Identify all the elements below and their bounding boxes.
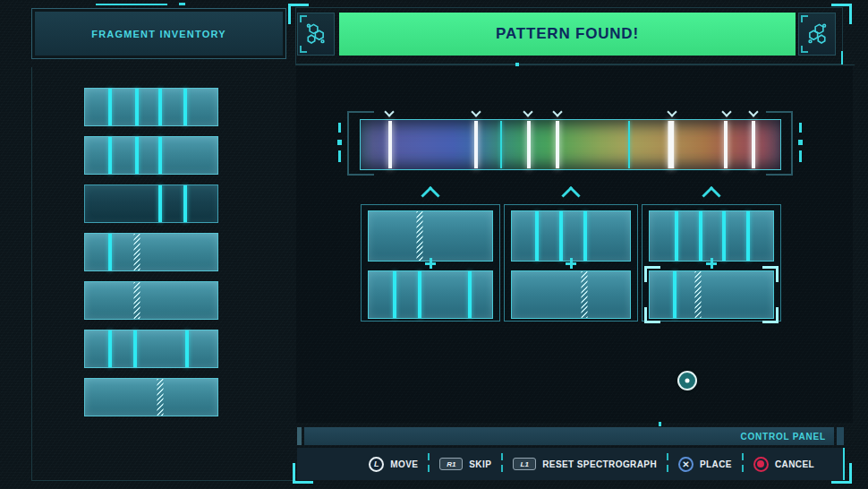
molecule-icon (297, 13, 335, 56)
control-button-label: RESET SPECTROGRAPH (542, 459, 657, 469)
control-button-label: PLACE (700, 459, 732, 469)
spectro-marker (724, 121, 728, 168)
fragment-solid-line (158, 185, 162, 222)
spectro-marker (474, 121, 478, 168)
fragment-inventory-header: FRAGMENT INVENTORY (31, 8, 286, 59)
fragment-item[interactable] (84, 88, 218, 126)
control-panel-right-cap (837, 427, 844, 445)
selection-brackets (644, 266, 779, 323)
control-button-move[interactable]: LMOVE (369, 457, 418, 472)
l1-button-icon: L1 (513, 458, 536, 470)
fragment-solid-line (183, 89, 187, 125)
button-separator (742, 453, 744, 475)
puzzle-column (361, 204, 500, 322)
button-separator (428, 453, 430, 475)
fragment-item[interactable] (84, 378, 218, 416)
fragment-solid-line (108, 234, 112, 270)
fragment-solid-line (108, 89, 112, 125)
button-row-edge (843, 448, 845, 480)
spectro-frame (766, 174, 793, 176)
spectro-dash-right (799, 123, 802, 133)
separator-right-tick (841, 51, 843, 64)
selection-corner-bracket (762, 307, 779, 323)
spectro-marker (556, 121, 559, 168)
spectro-marker (527, 121, 531, 168)
puzzle-piece-top[interactable] (368, 210, 493, 262)
fragment-solid-line (418, 271, 421, 318)
control-panel-left-cap (297, 427, 302, 445)
spectrograph-bar[interactable] (360, 119, 781, 170)
button-row: LMOVER1SKIPL1RESET SPECTROGRAPH✕PLACECAN… (297, 448, 845, 480)
fragment-hatched-line (416, 211, 422, 261)
circle-button-dot (757, 460, 764, 468)
puzzle-piece-bottom[interactable] (649, 270, 774, 319)
cursor-reticle[interactable] (677, 371, 697, 390)
spectro-marker (752, 121, 755, 168)
fragment-solid-line (158, 89, 162, 125)
fragment-item[interactable] (84, 330, 218, 368)
fragment-solid-line (699, 211, 702, 261)
fragment-solid-line (393, 271, 396, 318)
button-separator (667, 453, 668, 475)
separator-dot (515, 63, 519, 66)
sidebar-left-border (31, 67, 32, 480)
spectro-divider (628, 121, 630, 168)
chevron-down-icon (471, 107, 481, 116)
cross-button-icon: ✕ (678, 457, 694, 472)
fragment-item[interactable] (84, 184, 218, 223)
pattern-found-banner: PATTERN FOUND! (339, 13, 796, 56)
molecule-icon (798, 13, 836, 56)
control-panel-bar: CONTROL PANEL (304, 427, 834, 445)
button-separator (501, 453, 503, 475)
plus-icon (706, 258, 717, 269)
puzzle-piece-top[interactable] (649, 210, 774, 262)
control-panel-tick (659, 422, 661, 426)
control-button-place[interactable]: ✕PLACE (678, 457, 732, 472)
fragment-solid-line (108, 330, 112, 367)
control-button-label: CANCEL (775, 459, 814, 469)
control-button-label: SKIP (469, 459, 491, 469)
fragment-solid-line (722, 211, 726, 261)
decor-accent-tick (179, 3, 185, 5)
control-button-label: MOVE (390, 459, 418, 469)
fragment-item[interactable] (84, 281, 218, 320)
fragment-hatched-line (157, 379, 164, 416)
fragment-hatched-line (133, 282, 140, 319)
fragment-item[interactable] (84, 136, 218, 175)
fragment-solid-line (185, 330, 189, 367)
fragment-hatched-line (694, 271, 701, 318)
control-button-reset-spectrograph[interactable]: L1RESET SPECTROGRAPH (513, 458, 657, 470)
spectro-frame-right (791, 111, 793, 176)
spectro-marker (668, 121, 675, 168)
puzzle-piece-bottom[interactable] (368, 270, 493, 319)
selection-corner-bracket (762, 266, 779, 282)
control-button-skip[interactable]: R1SKIP (439, 458, 491, 470)
fragment-inventory-header-inner: FRAGMENT INVENTORY (35, 12, 283, 56)
puzzle-column (642, 204, 781, 322)
sidebar-bottom-border (31, 480, 296, 481)
puzzle-piece-bottom[interactable] (511, 270, 631, 319)
fragment-solid-line (183, 185, 187, 222)
decor-accent-line (96, 4, 167, 5)
fragment-solid-line (158, 137, 162, 174)
control-button-cancel[interactable]: CANCEL (753, 457, 814, 472)
puzzle-piece-top[interactable] (511, 210, 631, 262)
spectro-dash-left (337, 140, 342, 145)
selection-corner-bracket (644, 307, 660, 323)
fragment-list (84, 88, 218, 416)
spectro-divider (500, 121, 502, 168)
fragment-solid-line (559, 211, 563, 261)
chevron-down-icon (523, 107, 533, 116)
fragment-item[interactable] (84, 233, 218, 271)
plus-icon (566, 258, 576, 269)
fragment-solid-line (673, 271, 677, 318)
fragment-solid-line (108, 137, 112, 174)
fragment-solid-line (135, 137, 139, 174)
chevron-down-icon (553, 107, 563, 116)
selection-corner-bracket (644, 266, 660, 282)
spectrograph (345, 107, 795, 178)
spectro-frame (347, 174, 374, 176)
fragment-solid-line (675, 211, 678, 261)
control-panel-label: CONTROL PANEL (740, 432, 826, 442)
puzzle-column (504, 204, 638, 322)
